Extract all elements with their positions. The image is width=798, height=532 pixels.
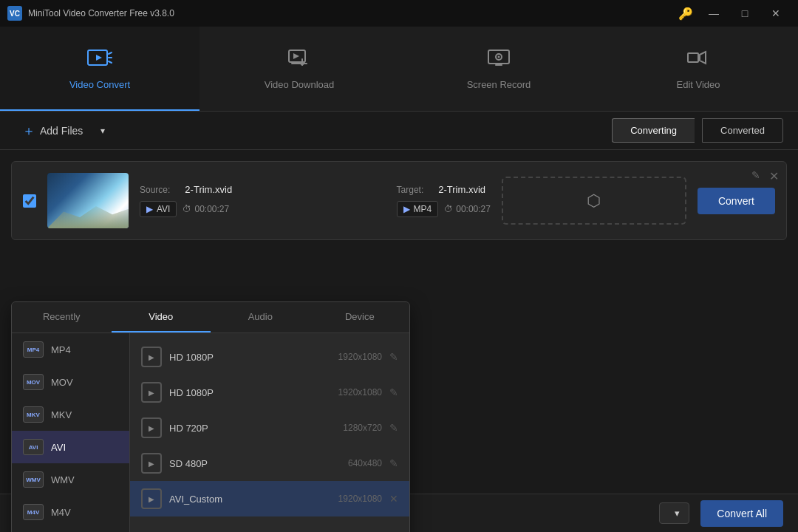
format-label-wmv: WMV (51, 474, 75, 485)
nav-video-convert-label: Video Convert (69, 79, 130, 90)
edit-video-icon (685, 47, 712, 73)
format-label-mkv: MKV (51, 409, 72, 420)
mkv-icon: MKV (23, 406, 44, 423)
toolbar: ＋ Add Files ▾ Converting Converted (0, 112, 798, 150)
video-download-icon (286, 47, 313, 73)
format-item-avi[interactable]: AVI AVI (12, 431, 129, 463)
nav-edit-video-label: Edit Video (676, 79, 720, 90)
file-thumbnail (47, 173, 129, 228)
tab-converting[interactable]: Converting (612, 118, 695, 143)
source-format-text: AVI (157, 204, 170, 214)
nav-screen-record[interactable]: Screen Record (399, 27, 598, 111)
source-filename: 2-Trim.xvid (185, 184, 232, 195)
file-close-button[interactable]: ✕ (769, 169, 779, 183)
quality-edit-icon-2[interactable]: ✎ (389, 386, 398, 398)
convert-all-button[interactable]: Convert All (700, 500, 783, 527)
nav-video-convert[interactable]: Video Convert (0, 27, 200, 111)
nav-edit-video[interactable]: Edit Video (598, 27, 798, 111)
quality-name-4: SD 480P (169, 458, 341, 469)
source-duration-badge: ⏱ 00:00:27 (183, 204, 229, 214)
quality-play-icon-4: ▶ (141, 453, 162, 474)
key-icon[interactable]: 🔑 (678, 7, 693, 21)
quality-edit-icon-3[interactable]: ✎ (389, 422, 398, 434)
svg-line-4 (109, 61, 112, 63)
convert-button[interactable]: Convert (698, 188, 775, 214)
tab-audio[interactable]: Audio (211, 302, 310, 332)
bottom-format-dropdown[interactable]: ▾ (659, 502, 689, 524)
target-filename: 2-Trim.xvid (438, 184, 485, 195)
format-item-mov[interactable]: MOV MOV (12, 366, 129, 398)
quality-delete-icon-5[interactable]: ✕ (389, 493, 398, 505)
m4v-icon: M4V (23, 504, 44, 520)
format-label-m4v: M4V (51, 507, 71, 518)
nav-video-download[interactable]: Video Download (200, 27, 399, 111)
mov-icon: MOV (23, 374, 44, 390)
quality-edit-icon-1[interactable]: ✎ (389, 351, 398, 363)
screen-record-icon (485, 47, 512, 73)
target-duration-badge: ⏱ 00:00:27 (444, 204, 491, 214)
tab-converted[interactable]: Converted (702, 118, 783, 143)
tab-recently[interactable]: Recently (12, 302, 112, 332)
wmv-icon: WMV (23, 471, 44, 488)
format-label-avi: AVI (51, 442, 66, 453)
target-format-badge[interactable]: ▶ MP4 (397, 201, 439, 217)
format-item-mp4[interactable]: MP4 MP4 (12, 333, 129, 366)
quality-item-hd1080p-2[interactable]: ▶ HD 1080P 1920x1080 ✎ (130, 375, 409, 410)
svg-rect-13 (688, 53, 698, 62)
target-label: Target: (397, 185, 424, 195)
quality-item-hd1080p-1[interactable]: ▶ HD 1080P 1920x1080 ✎ (130, 339, 409, 375)
clock-icon: ⏱ (183, 204, 191, 214)
nav-video-download-label: Video Download (265, 79, 334, 90)
quality-play-icon-1: ▶ (141, 347, 162, 367)
quality-play-icon-5: ▶ (141, 488, 162, 509)
quality-name-3: HD 720P (169, 423, 335, 434)
format-label-mov: MOV (51, 377, 73, 388)
quality-res-2: 1920x1080 (338, 387, 382, 398)
svg-line-2 (109, 52, 112, 54)
video-convert-icon (86, 47, 113, 73)
panel-body: MP4 MP4 MOV MOV MKV MKV AVI AVI WMV WM (12, 333, 409, 532)
quality-item-hd720p[interactable]: ▶ HD 720P 1280x720 ✎ (130, 410, 409, 446)
add-files-dropdown-button[interactable]: ▾ (98, 121, 108, 140)
quality-item-avi-custom[interactable]: ▶ AVI_Custom 1920x1080 ✕ (130, 481, 409, 516)
format-item-xvid[interactable]: XVID XVID (12, 528, 129, 532)
file-select-checkbox[interactable] (23, 194, 36, 208)
file-edit-button[interactable]: ✎ (751, 169, 760, 181)
main-content: Source: 2-Trim.xvid ▶ AVI ⏱ 00:00:27 Tar… (0, 150, 798, 494)
quality-name-1: HD 1080P (169, 352, 331, 363)
title-bar: VC MiniTool Video Converter Free v3.8.0 … (0, 0, 798, 27)
chevron-down-icon: ▾ (675, 508, 680, 519)
close-button[interactable]: ✕ (761, 0, 791, 27)
add-files-button[interactable]: ＋ Add Files (15, 117, 90, 144)
quality-item-sd480p[interactable]: ▶ SD 480P 640x480 ✎ (130, 446, 409, 481)
format-item-m4v[interactable]: M4V M4V (12, 496, 129, 528)
tab-device[interactable]: Device (310, 302, 410, 332)
file-info: Source: 2-Trim.xvid ▶ AVI ⏱ 00:00:27 (140, 184, 364, 217)
format-item-mkv[interactable]: MKV MKV (12, 398, 129, 431)
plus-icon: ＋ (22, 122, 35, 140)
tab-video[interactable]: Video (112, 302, 211, 332)
add-files-label: Add Files (40, 125, 83, 137)
nav-bar: Video Convert Video Download Screen Reco… (0, 27, 798, 112)
format-dropdown-panel: Recently Video Audio Device MP4 MP4 MOV … (11, 301, 410, 532)
avi-icon: AVI (23, 439, 44, 455)
minimize-button[interactable]: — (699, 0, 729, 27)
quality-res-3: 1280x720 (343, 423, 382, 433)
format-list: MP4 MP4 MOV MOV MKV MKV AVI AVI WMV WM (12, 333, 130, 532)
quality-name-2: HD 1080P (169, 387, 331, 398)
target-clock-icon: ⏱ (444, 204, 453, 214)
source-format-badge: ▶ AVI (140, 201, 177, 217)
target-select-area[interactable]: ⬡ (502, 177, 686, 225)
quality-name-5: AVI_Custom (169, 494, 331, 505)
target-duration-text: 00:00:27 (456, 204, 491, 214)
svg-point-11 (498, 56, 500, 58)
quality-play-icon-2: ▶ (141, 382, 162, 403)
mp4-icon: MP4 (23, 341, 44, 358)
maximize-button[interactable]: □ (730, 0, 760, 27)
quality-play-icon-3: ▶ (141, 417, 162, 438)
quality-list: ▶ HD 1080P 1920x1080 ✎ ▶ HD 1080P 1920x1… (130, 333, 409, 532)
quality-res-4: 640x480 (348, 458, 382, 468)
quality-res-1: 1920x1080 (338, 352, 382, 362)
quality-edit-icon-4[interactable]: ✎ (389, 457, 398, 469)
format-item-wmv[interactable]: WMV WMV (12, 463, 129, 496)
